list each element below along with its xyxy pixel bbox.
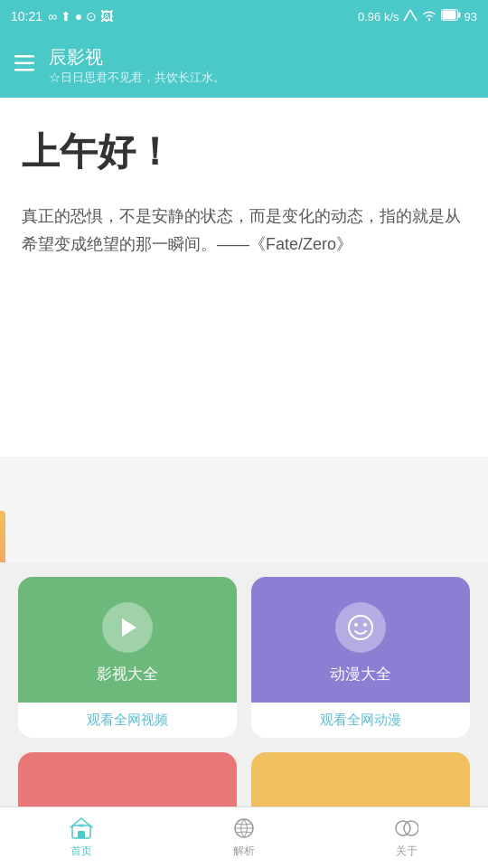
wifi-icon — [421, 9, 437, 24]
videos-card-top: 影视大全 — [18, 577, 237, 703]
svg-rect-8 — [14, 69, 34, 71]
anime-sublabel: 观看全网动漫 — [251, 703, 470, 738]
app-title: 辰影视 — [49, 45, 225, 70]
bottom-nav: 首页 解析 关于 — [0, 807, 488, 868]
play-icon-wrapper — [102, 602, 153, 653]
svg-point-18 — [396, 821, 410, 835]
nav-parse-label: 解析 — [233, 844, 255, 859]
home-icon — [70, 816, 93, 840]
svg-point-11 — [354, 623, 358, 627]
videos-label: 影视大全 — [97, 664, 158, 684]
yellow-partial-card — [251, 752, 470, 807]
svg-point-10 — [349, 616, 372, 639]
svg-rect-4 — [457, 13, 460, 18]
anime-card-top: 动漫大全 — [251, 577, 470, 703]
battery-icon — [441, 9, 461, 24]
nav-about[interactable]: 关于 — [325, 816, 488, 859]
nav-about-label: 关于 — [396, 844, 418, 859]
status-right: 0.96 k/s 93 — [358, 8, 477, 25]
anime-card[interactable]: 动漫大全 观看全网动漫 — [251, 577, 470, 738]
nav-home[interactable]: 首页 — [0, 816, 163, 859]
svg-rect-14 — [78, 831, 85, 838]
status-left: 10:21 ∞ ⬆ ● ⊙ 🖼 — [11, 9, 113, 24]
status-bar: 10:21 ∞ ⬆ ● ⊙ 🖼 0.96 k/s 93 — [0, 0, 488, 33]
cards-row-1: 影视大全 观看全网视频 动漫大全 观看全网动漫 — [18, 577, 470, 738]
svg-point-2 — [427, 18, 429, 20]
cards-section: 影视大全 观看全网视频 动漫大全 观看全网动漫 — [0, 562, 488, 807]
signal-icon — [403, 8, 418, 25]
partial-cards-row — [18, 752, 470, 807]
svg-point-12 — [363, 623, 367, 627]
svg-rect-7 — [14, 62, 34, 65]
app-header: 辰影视 ☆日日思君不见君，共饮长江水。 — [0, 33, 488, 98]
battery-percent: 93 — [465, 10, 477, 24]
pink-partial-card — [18, 752, 237, 807]
app-subtitle: ☆日日思君不见君，共饮长江水。 — [49, 70, 225, 86]
svg-line-0 — [404, 10, 410, 21]
status-time: 10:21 — [11, 9, 42, 24]
nav-home-label: 首页 — [70, 844, 92, 859]
white-spacer — [0, 276, 488, 457]
header-title-block: 辰影视 ☆日日思君不见君，共饮长江水。 — [49, 45, 225, 86]
main-content: 上午好！ 真正的恐惧，不是安静的状态，而是变化的动态，指的就是从希望变成绝望的那… — [0, 98, 488, 276]
about-icon — [395, 816, 418, 840]
parse-icon — [232, 816, 256, 840]
menu-icon[interactable] — [14, 53, 34, 77]
status-icons: ∞ ⬆ ● ⊙ 🖼 — [48, 9, 113, 24]
svg-rect-6 — [14, 55, 34, 58]
videos-sublabel: 观看全网视频 — [18, 703, 237, 738]
greeting-text: 上午好！ — [22, 127, 466, 177]
svg-point-19 — [404, 821, 418, 835]
svg-rect-5 — [442, 11, 455, 20]
quote-text: 真正的恐惧，不是安静的状态，而是变化的动态，指的就是从希望变成绝望的那一瞬间。—… — [22, 203, 466, 258]
svg-rect-15 — [79, 824, 84, 827]
svg-marker-9 — [122, 618, 136, 637]
smile-icon-wrapper — [335, 602, 386, 653]
svg-line-1 — [410, 10, 417, 21]
network-speed: 0.96 k/s — [358, 10, 399, 24]
nav-parse[interactable]: 解析 — [163, 816, 325, 859]
anime-label: 动漫大全 — [330, 664, 391, 684]
videos-card[interactable]: 影视大全 观看全网视频 — [18, 577, 237, 738]
